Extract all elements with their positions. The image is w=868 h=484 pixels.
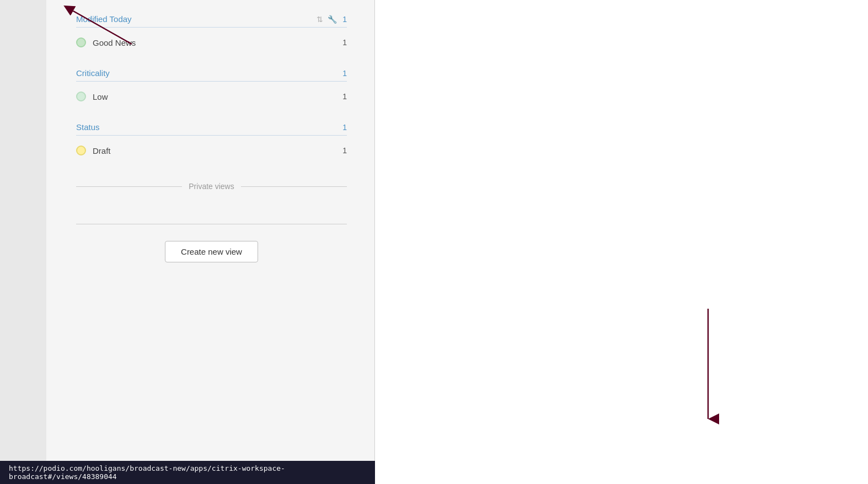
create-new-view-button[interactable]: Create new view — [165, 241, 258, 262]
item-count-low: 1 — [342, 92, 347, 101]
section-status: Status 1 Draft 1 — [76, 122, 347, 160]
section-header-status: Status 1 — [76, 122, 347, 136]
bottom-divider — [76, 224, 347, 224]
item-label-good-news: Good News — [93, 38, 136, 47]
item-count-good-news: 1 — [342, 38, 347, 47]
item-label-draft: Draft — [93, 146, 111, 155]
status-bar: https://podio.com/hooligans/broadcast-ne… — [0, 461, 375, 484]
section-title-criticality[interactable]: Criticality — [76, 68, 110, 78]
create-btn-container: Create new view — [76, 235, 347, 262]
private-views-divider: Private views — [76, 182, 347, 191]
status-bar-url: https://podio.com/hooligans/broadcast-ne… — [9, 464, 366, 481]
sort-icon[interactable]: ⇅ — [317, 15, 323, 24]
section-title-status[interactable]: Status — [76, 122, 100, 132]
right-area — [375, 0, 868, 484]
views-content: Modified Today ⇅ 🔧 1 Good News 1 — [46, 0, 374, 268]
item-count-draft: 1 — [342, 146, 347, 155]
divider-line-right — [241, 186, 347, 187]
section-icons-modified-today: ⇅ 🔧 — [317, 15, 337, 24]
section-count-modified-today: 1 — [342, 15, 347, 24]
left-sidebar — [0, 0, 46, 484]
divider-line-left — [76, 186, 182, 187]
section-count-criticality: 1 — [342, 69, 347, 78]
dot-good-news — [76, 37, 86, 47]
section-header-criticality: Criticality 1 — [76, 68, 347, 82]
item-label-low: Low — [93, 92, 108, 101]
section-header-modified-today: Modified Today ⇅ 🔧 1 — [76, 14, 347, 28]
section-criticality: Criticality 1 Low 1 — [76, 68, 347, 106]
private-views-label: Private views — [189, 182, 234, 191]
dot-low — [76, 92, 86, 101]
dot-draft — [76, 146, 86, 155]
list-item-draft[interactable]: Draft 1 — [76, 141, 347, 160]
main-panel: Modified Today ⇅ 🔧 1 Good News 1 — [46, 0, 375, 484]
list-item-low[interactable]: Low 1 — [76, 87, 347, 106]
settings-icon[interactable]: 🔧 — [328, 15, 337, 24]
section-count-status: 1 — [342, 123, 347, 132]
section-title-modified-today[interactable]: Modified Today — [76, 14, 132, 24]
list-item-good-news[interactable]: Good News 1 — [76, 33, 347, 52]
section-modified-today: Modified Today ⇅ 🔧 1 Good News 1 — [76, 14, 347, 52]
